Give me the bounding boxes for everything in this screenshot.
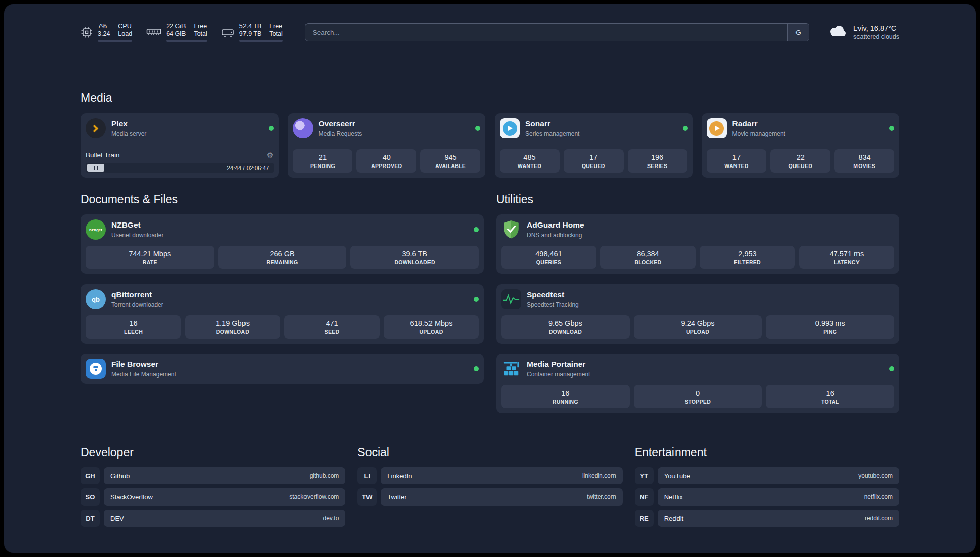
app-subtitle: DNS and adblocking — [527, 232, 584, 239]
stat-tile: 196 SERIES — [628, 149, 688, 173]
qbittorrent-card-header[interactable]: qb qBittorrent Torrent downloader — [86, 289, 479, 309]
status-dot — [683, 126, 688, 131]
utilities-column: Utilities AdGuard Home — [496, 193, 899, 413]
stat-value: 16 — [503, 389, 628, 397]
utilities-cards: AdGuard Home DNS and adblocking 498,461 … — [496, 214, 899, 413]
sonarr-card-header[interactable]: Sonarr Series management — [500, 118, 688, 138]
adguard-card-header[interactable]: AdGuard Home DNS and adblocking — [501, 219, 894, 240]
overseerr-card-header[interactable]: Overseerr Media Requests — [293, 118, 481, 138]
pause-icon — [97, 166, 98, 170]
play-triangle — [715, 126, 720, 131]
stat-label: STOPPED — [636, 399, 760, 405]
bookmark-url: github.com — [310, 472, 339, 479]
stat-label: QUERIES — [503, 259, 594, 265]
overseerr-stats: 21 PENDING 40 APPROVED 945 AVAILABLE — [293, 143, 481, 173]
bookmark-link[interactable]: StackOverflow stackoverflow.com — [104, 488, 345, 506]
bookmark-url: youtube.com — [858, 472, 893, 479]
speedtest-meta: Speedtest Speedtest Tracking — [527, 290, 579, 308]
bookmark-linkedin: LI LinkedIn linkedin.com — [357, 467, 622, 484]
stat-tile: 16 LEECH — [86, 315, 181, 339]
settings-gear-icon[interactable]: ⚙ — [267, 151, 273, 159]
stat-tile: 0 STOPPED — [634, 385, 762, 408]
speedtest-card-header[interactable]: Speedtest Speedtest Tracking — [501, 289, 894, 309]
app-card-nzbget[interactable]: nzbget NZBGet Usenet downloader 744.21 M… — [81, 214, 484, 274]
hard-drive-icon — [221, 27, 234, 38]
app-name: File Browser — [111, 360, 176, 369]
bookmark-netflix: NF Netflix netflix.com — [635, 488, 899, 506]
app-card-qbittorrent[interactable]: qb qBittorrent Torrent downloader 16 LEE… — [81, 284, 484, 344]
cpu-widget: 7% CPU 3.24 Load — [81, 23, 132, 42]
app-card-radarr[interactable]: Radarr Movie management 17 WANTED 22 QUE… — [702, 113, 900, 178]
stat-value: 485 — [502, 153, 558, 161]
bookmark-url: netflix.com — [864, 493, 893, 500]
plex-icon — [86, 118, 106, 138]
app-name: AdGuard Home — [527, 220, 584, 230]
weather-location: Lviv, 16.87°C — [853, 24, 899, 32]
bookmark-dev: DT DEV dev.to — [81, 510, 345, 527]
portainer-card-header[interactable]: Media Portainer Container management — [501, 359, 894, 379]
stat-value: 9.65 Gbps — [503, 319, 628, 327]
search-input[interactable] — [305, 24, 787, 41]
app-card-sonarr[interactable]: Sonarr Series management 485 WANTED 17 Q… — [495, 113, 693, 178]
playback-progress-bar[interactable]: 24:44 / 02:06:47 — [86, 163, 274, 173]
app-card-overseerr[interactable]: Overseerr Media Requests 21 PENDING 40 A… — [288, 113, 486, 178]
sonarr-icon — [500, 118, 520, 138]
stat-tile: 16 RUNNING — [501, 385, 630, 408]
memory-readings: 22 GiB Free 64 GiB Total — [166, 23, 207, 42]
stat-label: DOWNLOADED — [352, 259, 477, 265]
stat-tile: 47.571 ms LATENCY — [799, 246, 894, 269]
stat-tile: 945 AVAILABLE — [420, 149, 480, 173]
bookmark-link[interactable]: Reddit reddit.com — [658, 510, 899, 527]
stat-label: LEECH — [88, 329, 179, 335]
bookmark-abbr: RE — [635, 510, 654, 527]
bookmark-url: dev.to — [323, 515, 339, 522]
bookmark-link[interactable]: YouTube youtube.com — [658, 467, 899, 484]
app-card-speedtest[interactable]: Speedtest Speedtest Tracking 9.65 Gbps D… — [496, 284, 899, 344]
plex-card-header[interactable]: Plex Media server — [86, 118, 274, 138]
app-card-filebrowser[interactable]: File Browser Media File Management — [81, 354, 484, 384]
bookmarks-social: Social LI LinkedIn linkedin.com TW Twitt… — [357, 445, 622, 527]
app-card-plex[interactable]: Plex Media server Bullet Train ⚙ 24:44 /… — [81, 113, 279, 178]
stat-label: SEED — [286, 329, 378, 335]
stat-label: PING — [768, 329, 892, 335]
bookmark-name: Github — [110, 472, 130, 480]
media-grid: Plex Media server Bullet Train ⚙ 24:44 /… — [81, 113, 899, 178]
app-name: Overseerr — [319, 119, 362, 129]
filebrowser-card-header[interactable]: File Browser Media File Management — [86, 359, 479, 379]
now-playing-widget: Bullet Train ⚙ 24:44 / 02:06:47 — [86, 145, 274, 173]
bookmark-link[interactable]: LinkedIn linkedin.com — [381, 467, 622, 484]
playback-time: 24:44 / 02:06:47 — [227, 165, 273, 171]
stat-value: 834 — [836, 153, 892, 161]
cpu-chip-icon — [81, 26, 93, 38]
cpu-usage-bar — [98, 40, 132, 42]
pause-button[interactable] — [87, 164, 104, 172]
radarr-meta: Radarr Movie management — [732, 119, 785, 137]
app-name: Sonarr — [525, 119, 579, 129]
stat-label: UPLOAD — [636, 329, 760, 335]
radarr-card-header[interactable]: Radarr Movie management — [707, 118, 895, 138]
stat-label: TOTAL — [768, 399, 892, 405]
bookmark-link[interactable]: DEV dev.to — [104, 510, 345, 527]
plex-meta: Plex Media server — [111, 119, 146, 137]
nzbget-meta: NZBGet Usenet downloader — [111, 220, 163, 239]
nzbget-card-header[interactable]: nzbget NZBGet Usenet downloader — [86, 219, 479, 240]
stat-tile: 834 MOVIES — [834, 149, 894, 173]
bookmark-link[interactable]: Twitter twitter.com — [381, 488, 622, 506]
app-card-adguard[interactable]: AdGuard Home DNS and adblocking 498,461 … — [496, 214, 899, 274]
bookmarks-entertainment: Entertainment YT YouTube youtube.com NF … — [635, 445, 899, 527]
stat-value: 266 GB — [220, 250, 345, 258]
app-card-portainer[interactable]: Media Portainer Container management 16 … — [496, 354, 899, 413]
stat-value: 86,384 — [602, 250, 694, 258]
bookmark-link[interactable]: Github github.com — [104, 467, 345, 484]
disk-readings: 52.4 TB Free 97.9 TB Total — [239, 23, 283, 42]
search-engine-button[interactable]: G — [787, 24, 809, 41]
bookmarks-section: Developer GH Github github.com SO StackO… — [81, 445, 899, 527]
weather-text: Lviv, 16.87°C scattered clouds — [853, 24, 899, 40]
qbittorrent-stats: 16 LEECH 1.19 Gbps DOWNLOAD 471 SEED 6 — [86, 309, 479, 339]
bookmark-abbr: LI — [357, 467, 377, 484]
stat-label: RATE — [88, 259, 212, 265]
stat-value: 47.571 ms — [801, 250, 892, 258]
stat-tile: 2,953 FILTERED — [700, 246, 795, 269]
bookmark-abbr: GH — [81, 467, 100, 484]
bookmark-link[interactable]: Netflix netflix.com — [658, 488, 899, 506]
